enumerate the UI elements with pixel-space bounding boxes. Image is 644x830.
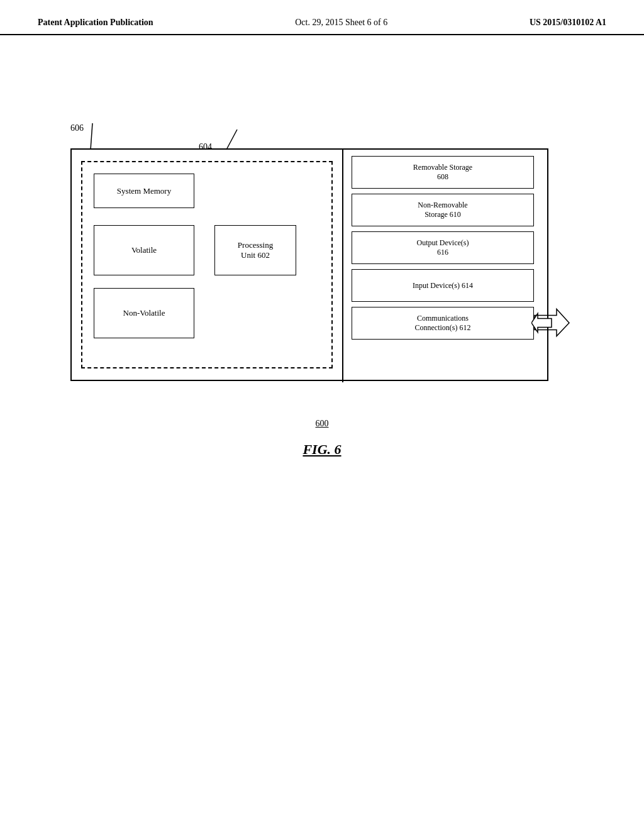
system-memory-box: System Memory bbox=[94, 174, 194, 208]
label-606: 606 bbox=[70, 123, 84, 133]
label-604: 604 bbox=[199, 142, 212, 152]
non-removable-storage-box: Non-RemovableStorage 610 bbox=[352, 194, 534, 226]
header-left: Patent Application Publication bbox=[38, 18, 153, 28]
communications-arrow-icon bbox=[531, 306, 572, 341]
inner-dashed-box: 604 System Memory Volatile Non-Volatile … bbox=[81, 161, 333, 368]
label-600: 600 bbox=[303, 419, 341, 429]
svg-line-0 bbox=[91, 123, 92, 150]
header-right: US 2015/0310102 A1 bbox=[530, 18, 606, 28]
header-center: Oct. 29, 2015 Sheet 6 of 6 bbox=[295, 18, 387, 28]
right-section: Removable Storage608 Non-RemovableStorag… bbox=[352, 156, 540, 340]
figure-label-area: 600 FIG. 6 bbox=[303, 419, 341, 458]
vertical-divider bbox=[342, 150, 343, 382]
volatile-box: Volatile bbox=[94, 225, 194, 275]
output-devices-box: Output Device(s)616 bbox=[352, 231, 534, 264]
page-header: Patent Application Publication Oct. 29, … bbox=[0, 0, 644, 35]
removable-storage-box: Removable Storage608 bbox=[352, 156, 534, 189]
svg-line-1 bbox=[226, 130, 237, 150]
communications-box: CommunicationsConnection(s) 612 bbox=[352, 307, 534, 340]
main-content: 606 604 System Memory Volatile Non-V bbox=[0, 35, 644, 483]
fig-label: FIG. 6 bbox=[303, 441, 341, 458]
non-volatile-box: Non-Volatile bbox=[94, 288, 194, 338]
input-devices-box: Input Device(s) 614 bbox=[352, 269, 534, 302]
processing-unit-box: ProcessingUnit 602 bbox=[214, 225, 296, 275]
diagram-area: 606 604 System Memory Volatile Non-V bbox=[52, 148, 592, 381]
outer-box: 604 System Memory Volatile Non-Volatile … bbox=[70, 148, 548, 381]
